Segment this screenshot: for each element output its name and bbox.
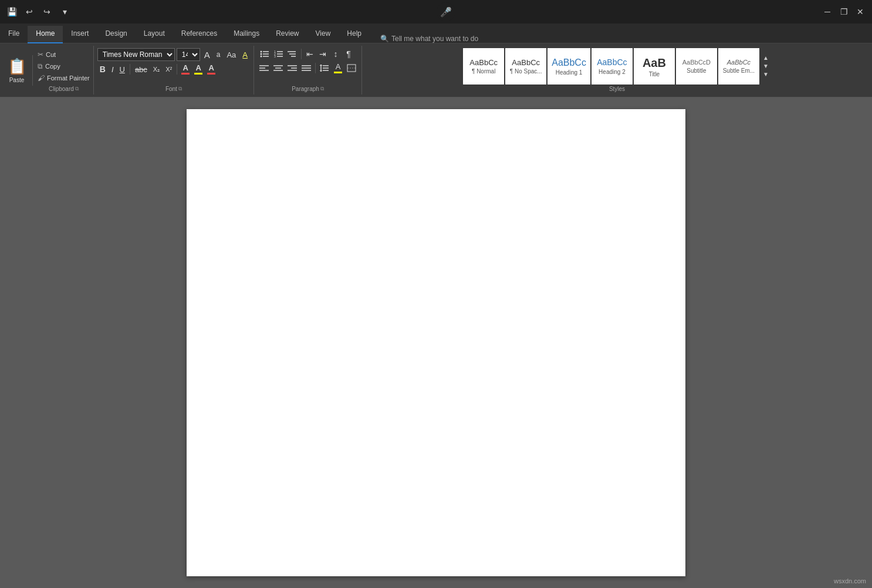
quick-access-toolbar: 💾 ↩ ↪ ▾ xyxy=(5,5,72,19)
line-spacing-button[interactable] xyxy=(318,62,331,74)
borders-button[interactable] xyxy=(345,62,358,74)
style-normal-label: ¶ Normal xyxy=(472,68,495,75)
border-color-icon: A xyxy=(209,63,214,72)
tab-mailings[interactable]: Mailings xyxy=(225,26,268,43)
multilevel-list-button[interactable] xyxy=(286,48,299,60)
style-normal-preview: AaBbCc xyxy=(467,58,500,67)
restore-button[interactable]: ❐ xyxy=(837,5,851,19)
font-row-1: Times New Roman 14 A a Aa A xyxy=(97,48,250,61)
window-controls: ─ ❐ ✕ xyxy=(820,5,867,19)
paragraph-group-label: Paragraph ⧉ xyxy=(258,85,358,92)
styles-scroll-up-icon[interactable]: ▲ xyxy=(763,55,769,61)
align-right-button[interactable] xyxy=(286,62,299,74)
cut-button[interactable]: ✂ Cut xyxy=(35,49,92,60)
font-group: Times New Roman 14 A a Aa A B I U abc X₂… xyxy=(94,46,254,94)
underline-button[interactable]: U xyxy=(117,63,127,76)
style-heading2-preview: AaBbCc xyxy=(596,58,628,67)
superscript-button[interactable]: X² xyxy=(163,63,174,76)
increase-indent-button[interactable]: ⇥ xyxy=(317,48,329,60)
style-heading2[interactable]: AaBbCc Heading 2 xyxy=(592,48,633,85)
paste-button[interactable]: 📋 Paste xyxy=(1,55,33,86)
styles-scroll-buttons[interactable]: ▲ ▼ ▼ xyxy=(761,55,771,77)
styles-scroll-down-icon[interactable]: ▼ xyxy=(763,63,769,69)
strikethrough-button[interactable]: abc xyxy=(133,63,150,76)
style-heading1-label: Heading 1 xyxy=(556,69,583,76)
customize-qat-icon[interactable]: ▾ xyxy=(58,5,72,19)
close-button[interactable]: ✕ xyxy=(853,5,867,19)
redo-icon[interactable]: ↪ xyxy=(40,5,54,19)
font-shrink-button[interactable]: a xyxy=(214,48,223,61)
format-painter-icon: 🖌 xyxy=(38,74,45,82)
tab-design[interactable]: Design xyxy=(97,26,135,43)
style-title[interactable]: AaB Title xyxy=(634,48,675,85)
decrease-indent-button[interactable]: ⇤ xyxy=(304,48,316,60)
tab-file[interactable]: File xyxy=(0,26,28,43)
style-title-preview: AaB xyxy=(638,56,671,70)
svg-point-15 xyxy=(288,51,289,52)
tab-home[interactable]: Home xyxy=(28,26,63,43)
style-nospace[interactable]: AaBbCc ¶ No Spac... xyxy=(505,48,546,85)
svg-point-3 xyxy=(261,51,262,53)
style-heading1-preview: AaBbCc xyxy=(552,57,586,68)
style-normal[interactable]: AaBbCc ¶ Normal xyxy=(463,48,504,85)
style-nospace-label: ¶ No Spac... xyxy=(510,68,542,75)
show-formatting-button[interactable]: ¶ xyxy=(343,48,354,60)
sort-button[interactable]: ↕ xyxy=(330,48,342,60)
dictate-button[interactable]: 🎤 xyxy=(437,2,455,21)
align-center-button[interactable] xyxy=(272,62,285,74)
tab-view[interactable]: View xyxy=(307,26,339,43)
clipboard-expand-icon[interactable]: ⧉ xyxy=(75,86,79,92)
format-painter-button[interactable]: 🖌 Format Painter xyxy=(35,73,92,83)
font-expand-icon[interactable]: ⧉ xyxy=(178,86,182,92)
title-bar: 💾 ↩ ↪ ▾ 🎤 ─ ❐ ✕ xyxy=(0,0,872,23)
font-size-select[interactable]: 14 xyxy=(177,48,200,61)
tab-references[interactable]: References xyxy=(173,26,225,43)
undo-icon[interactable]: ↩ xyxy=(22,5,36,19)
style-emphasis[interactable]: AaBbCc Subtle Em... xyxy=(718,48,759,85)
ribbon: 📋 Paste ✂ Cut ⧉ Copy 🖌 Format Painter C xyxy=(0,43,872,97)
numbered-list-button[interactable]: 123 xyxy=(272,48,285,60)
clear-formatting-button[interactable]: A xyxy=(240,48,250,61)
copy-label: Copy xyxy=(45,63,60,70)
bullet-list-button[interactable] xyxy=(258,48,271,60)
subscript-button[interactable]: X₂ xyxy=(151,63,162,76)
font-color-button[interactable]: A xyxy=(180,63,191,76)
clipboard-group-label: Clipboard ⧉ xyxy=(35,85,92,92)
para-sep-2 xyxy=(315,63,316,73)
document-area[interactable] xyxy=(0,97,872,588)
save-icon[interactable]: 💾 xyxy=(5,5,19,19)
document-page[interactable] xyxy=(187,109,685,576)
font-name-select[interactable]: Times New Roman xyxy=(97,48,175,61)
styles-group-label: Styles xyxy=(366,85,868,92)
search-bar[interactable]: 🔍 Tell me what you want to do xyxy=(376,35,483,43)
align-left-button[interactable] xyxy=(258,62,271,74)
font-case-button[interactable]: Aa xyxy=(224,48,238,61)
paragraph-expand-icon[interactable]: ⧉ xyxy=(320,86,324,92)
tab-insert[interactable]: Insert xyxy=(63,26,97,43)
copy-icon: ⧉ xyxy=(38,62,43,70)
highlight-color-button[interactable]: A xyxy=(192,63,204,76)
styles-more-icon[interactable]: ▼ xyxy=(763,72,769,77)
search-label: Tell me what you want to do xyxy=(391,35,478,43)
style-subtitle[interactable]: AaBbCcD Subtitle xyxy=(676,48,717,85)
style-subtitle-preview: AaBbCcD xyxy=(680,59,713,66)
style-heading1[interactable]: AaBbCc Heading 1 xyxy=(547,48,590,85)
tab-layout[interactable]: Layout xyxy=(136,26,173,43)
svg-point-5 xyxy=(261,56,262,58)
italic-button[interactable]: I xyxy=(109,63,116,76)
tab-review[interactable]: Review xyxy=(268,26,307,43)
clipboard-group: 📋 Paste ✂ Cut ⧉ Copy 🖌 Format Painter C xyxy=(0,46,94,94)
svg-rect-33 xyxy=(347,65,356,72)
shading-button[interactable]: A xyxy=(332,62,344,75)
style-emphasis-preview: AaBbCc xyxy=(722,59,755,66)
svg-text:3: 3 xyxy=(274,55,276,58)
tab-help[interactable]: Help xyxy=(339,26,370,43)
copy-button[interactable]: ⧉ Copy xyxy=(35,61,92,72)
para-row-1: 123 ⇤ ⇥ ↕ ¶ xyxy=(258,48,358,60)
bold-button[interactable]: B xyxy=(97,63,108,76)
font-grow-button[interactable]: A xyxy=(202,48,212,61)
justify-button[interactable] xyxy=(300,62,313,74)
cut-label: Cut xyxy=(46,51,56,58)
border-color-button[interactable]: A xyxy=(205,63,217,76)
minimize-button[interactable]: ─ xyxy=(820,5,834,19)
